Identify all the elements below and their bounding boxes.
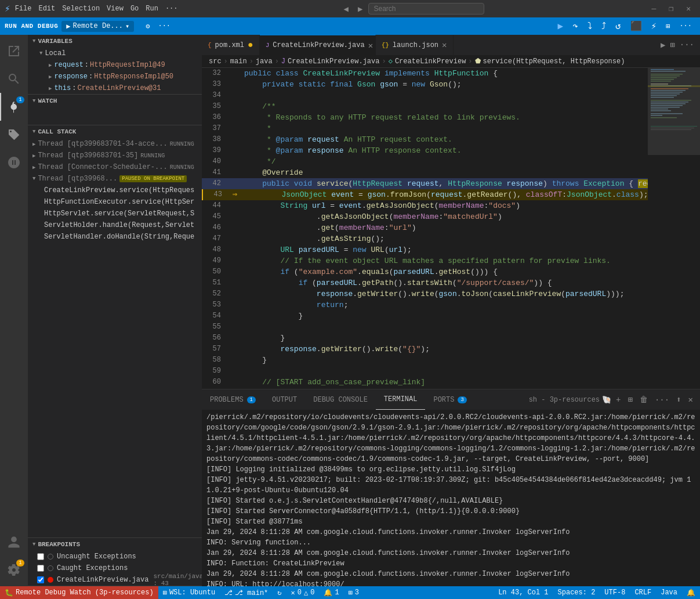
split-terminal-btn[interactable]: ⊞: [625, 394, 634, 406]
thread-2[interactable]: ▶ Thread [Connector-Scheduler-... RUNNIN…: [28, 161, 202, 173]
status-info[interactable]: 🔔 1: [319, 586, 343, 599]
settings-btn[interactable]: ⚙: [142, 20, 153, 33]
activity-search[interactable]: [0, 65, 28, 93]
var-this[interactable]: ▶ this : CreateLinkPreview@31: [28, 82, 202, 94]
menu-run[interactable]: Run: [146, 5, 158, 13]
continue-btn[interactable]: ▶: [554, 19, 567, 34]
nav-forward[interactable]: ▶: [354, 3, 366, 15]
bp-caught-checkbox[interactable]: [37, 565, 44, 572]
step-into-btn[interactable]: ⤵: [584, 19, 596, 34]
code-line-49: 49 // If the event object URL matches a …: [202, 255, 648, 266]
tab-json[interactable]: {} launch.json ✕: [376, 35, 454, 55]
minimize-btn[interactable]: —: [647, 2, 661, 16]
status-encoding[interactable]: UTF-8: [600, 589, 630, 597]
tab-debug-console[interactable]: DEBUG CONSOLE: [305, 389, 376, 410]
tab-ports[interactable]: PORTS 3: [425, 389, 474, 410]
status-errors[interactable]: ✕ 0 △ 0: [286, 586, 320, 599]
tab-terminal[interactable]: TERMINAL: [376, 389, 426, 410]
thread-3[interactable]: ▼ Thread [qtp39968... PAUSED ON BREAKPOI…: [28, 173, 202, 185]
bp-uncaught-checkbox[interactable]: [37, 553, 44, 560]
tab-java[interactable]: J CreateLinkPreview.java ✕: [260, 35, 376, 55]
bc-class[interactable]: ◇: [389, 57, 393, 66]
add-terminal-btn[interactable]: +: [614, 394, 623, 406]
variables-header[interactable]: ▼ VARIABLES: [28, 35, 202, 48]
status-line-ending[interactable]: CRLF: [630, 589, 656, 597]
tab-close-btn[interactable]: ✕: [368, 41, 373, 50]
bc-methodname[interactable]: service(HttpRequest, HttpResponse): [483, 57, 625, 66]
panel-more-btn[interactable]: ···: [652, 394, 672, 406]
activity-debug[interactable]: 1: [0, 93, 28, 121]
run-tab-btn[interactable]: ▶: [659, 39, 666, 51]
var-request[interactable]: ▶ request : HttpRequestImpl@49: [28, 59, 202, 71]
bc-src[interactable]: src: [209, 57, 222, 66]
thread-0[interactable]: ▶ Thread [qtp399683701-34-acce... RUNNIN…: [28, 138, 202, 150]
tab-json-close[interactable]: ✕: [442, 40, 447, 50]
tab-pom[interactable]: { pom.xml ●: [202, 35, 260, 55]
breakpoints-header[interactable]: ▼ BREAKPOINTS: [28, 538, 202, 551]
status-sync[interactable]: ↻: [273, 586, 286, 599]
tab-problems[interactable]: PROBLEMS 1: [202, 389, 264, 410]
nav-back[interactable]: ◀: [340, 3, 352, 15]
callstack-header[interactable]: ▼ CALL STACK: [28, 125, 202, 138]
menu-go[interactable]: Go: [130, 5, 139, 13]
kill-terminal-btn[interactable]: 🗑: [637, 394, 650, 406]
split-tab-btn[interactable]: ⊞: [669, 39, 676, 51]
bp-file-checkbox[interactable]: [37, 576, 44, 583]
watch-header[interactable]: ▼ WATCH: [28, 95, 202, 107]
status-remote[interactable]: 🐛 Remote Debug Watch (3p-resources): [0, 586, 158, 599]
panel-maximize-btn[interactable]: ⬆: [674, 394, 683, 406]
menu-file[interactable]: File: [15, 5, 32, 13]
local-group[interactable]: ▼ Local: [28, 48, 202, 59]
frame-3[interactable]: ServletHolder.handle(Request,Servlet: [28, 219, 202, 231]
panel-close-btn[interactable]: ✕: [686, 394, 695, 406]
close-btn[interactable]: ✕: [681, 2, 695, 16]
bc-file[interactable]: J: [281, 57, 285, 66]
frame-4[interactable]: ServletHandler.doHandle(String,Reque: [28, 231, 202, 243]
bc-filename[interactable]: CreateLinkPreview.java: [288, 57, 379, 66]
menu-view[interactable]: View: [107, 5, 124, 13]
bc-classname[interactable]: CreateLinkPreview: [395, 57, 466, 66]
status-wsl[interactable]: ⊞ WSL: Ubuntu: [158, 586, 220, 599]
bc-java[interactable]: java: [256, 57, 273, 66]
step-out-btn[interactable]: ⤴: [598, 19, 610, 34]
step-over-btn[interactable]: ↷: [569, 19, 582, 34]
var-key3: this: [54, 84, 71, 92]
frame-1[interactable]: HttpFunctionExecutor.service(HttpSer: [28, 196, 202, 208]
lightning-btn[interactable]: ⚡: [648, 19, 661, 34]
restart-btn[interactable]: ↺: [612, 19, 625, 34]
maximize-btn[interactable]: ❐: [664, 2, 678, 16]
problems-label: PROBLEMS: [210, 396, 244, 404]
activity-settings[interactable]: 1: [0, 556, 28, 584]
status-language[interactable]: Java: [656, 589, 682, 597]
thread-1[interactable]: ▶ Thread [qtp399683701-35] RUNNING: [28, 150, 202, 161]
activity-account[interactable]: [0, 528, 28, 556]
status-cursor[interactable]: Ln 43, Col 1: [494, 589, 553, 597]
bc-main[interactable]: main: [230, 57, 247, 66]
menu-edit[interactable]: Edit: [38, 5, 55, 13]
run-config-selector[interactable]: ▶ Remote De... ▾: [61, 21, 134, 32]
status-notifications[interactable]: 🔔: [682, 589, 700, 597]
menu-selection[interactable]: Selection: [62, 5, 100, 13]
panel-more-btn[interactable]: ···: [676, 20, 695, 32]
search-input[interactable]: [368, 3, 484, 15]
frame-0[interactable]: CreateLinkPreview.service(HttpReques: [28, 185, 202, 196]
menu-more[interactable]: ···: [165, 5, 178, 13]
code-scroll[interactable]: 32 public class CreateLinkPreview implem…: [202, 68, 648, 389]
bc-method[interactable]: ⬟: [475, 57, 481, 66]
stop-btn[interactable]: ⬛: [627, 19, 645, 34]
terminal-content[interactable]: /pierrick/.m2/repository/io/cloudevents/…: [202, 410, 700, 586]
status-extensions[interactable]: ⊞ 3: [344, 586, 364, 599]
more-options-btn[interactable]: ···: [154, 20, 174, 33]
split-editor-btn[interactable]: ⊞: [662, 20, 673, 33]
activity-remote[interactable]: [0, 149, 28, 176]
more-tab-btn[interactable]: ···: [679, 39, 695, 51]
var-response[interactable]: ▶ response : HttpResponseImpl@50: [28, 71, 202, 82]
tab-json-label: launch.json: [393, 41, 438, 49]
minimap-slider[interactable]: [648, 68, 700, 155]
activity-extensions[interactable]: [0, 121, 28, 149]
tab-output[interactable]: OUTPUT: [264, 389, 305, 410]
frame-2[interactable]: HttpServlet.service(ServletRequest,S: [28, 208, 202, 219]
activity-explorer[interactable]: [0, 37, 28, 65]
status-branch[interactable]: ⎇ ⎇ main*: [220, 586, 273, 599]
status-spaces[interactable]: Spaces: 2: [553, 589, 600, 597]
